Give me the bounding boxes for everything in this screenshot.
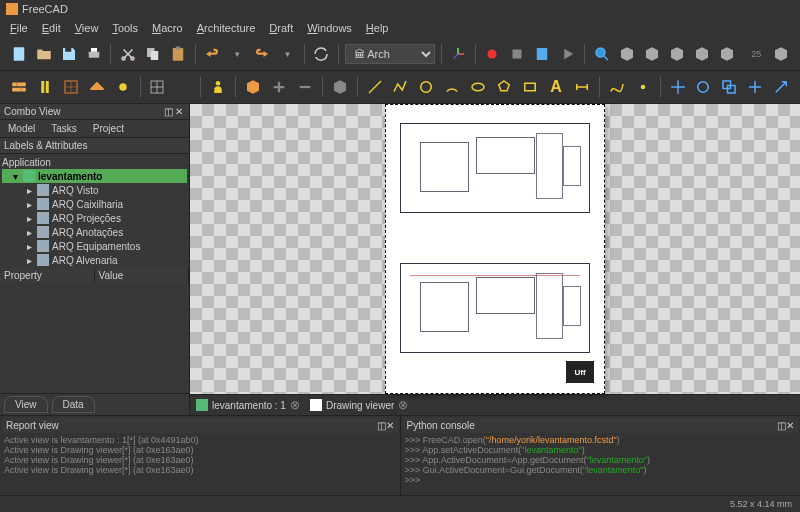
box-icon[interactable]	[242, 75, 264, 99]
open-file-icon[interactable]	[33, 42, 54, 66]
wall-icon[interactable]	[8, 75, 30, 99]
menu-file[interactable]: File	[4, 20, 34, 36]
section-icon[interactable]	[172, 75, 194, 99]
expand-icon[interactable]: ▸	[24, 185, 34, 196]
new-file-icon[interactable]	[8, 42, 29, 66]
grid-icon[interactable]	[147, 75, 169, 99]
back-view-icon[interactable]	[717, 42, 738, 66]
undo-dropdown-icon[interactable]: ▼	[227, 42, 248, 66]
circle-icon[interactable]	[415, 75, 437, 99]
workbench-selector[interactable]: 🏛 Arch	[345, 44, 435, 64]
cut-icon[interactable]	[117, 42, 138, 66]
panel-controls-icon[interactable]: ◫✕	[164, 106, 185, 117]
paste-icon[interactable]	[168, 42, 189, 66]
menu-tools[interactable]: Tools	[106, 20, 144, 36]
tab-model[interactable]: Model	[0, 120, 43, 137]
prop-col-property[interactable]: Property	[0, 268, 95, 283]
macro-icon[interactable]	[532, 42, 553, 66]
line-icon[interactable]	[364, 75, 386, 99]
refresh-icon[interactable]	[311, 42, 332, 66]
tab-project[interactable]: Project	[85, 120, 132, 137]
close-icon[interactable]: ⊗	[398, 398, 408, 412]
expand-icon[interactable]: ▸	[24, 199, 34, 210]
tree-item-label[interactable]: ARQ Anotações	[52, 227, 123, 238]
play-icon[interactable]	[557, 42, 578, 66]
console-title: Python console	[407, 420, 475, 431]
remove-icon[interactable]	[294, 75, 316, 99]
document-icon	[196, 399, 208, 411]
window-icon[interactable]	[60, 75, 82, 99]
model-tree[interactable]: Application ▾levantamento ▸ARQ Visto ▸AR…	[0, 154, 189, 268]
print-icon[interactable]	[83, 42, 104, 66]
menu-draft[interactable]: Draft	[263, 20, 299, 36]
svg-rect-22	[525, 83, 536, 91]
arc-icon[interactable]	[441, 75, 463, 99]
menu-macro[interactable]: Macro	[146, 20, 189, 36]
tree-item-label[interactable]: ARQ Alvenaria	[52, 255, 118, 266]
scale-icon[interactable]	[770, 75, 792, 99]
text-icon[interactable]: A	[545, 75, 567, 99]
iso-view-icon[interactable]	[616, 42, 637, 66]
prop-col-value[interactable]: Value	[95, 268, 190, 283]
tree-item-label[interactable]: ARQ Visto	[52, 185, 99, 196]
tab-document[interactable]: levantamento : 1⊗	[196, 398, 300, 412]
expand-icon[interactable]: ▸	[24, 213, 34, 224]
bspline-icon[interactable]	[606, 75, 628, 99]
rectangle-icon[interactable]	[519, 75, 541, 99]
expand-icon[interactable]: ▸	[24, 241, 34, 252]
panel-controls-icon[interactable]: ◫✕	[377, 420, 394, 431]
dimension-icon[interactable]	[571, 75, 593, 99]
person-icon[interactable]	[207, 75, 229, 99]
polygon-icon[interactable]	[493, 75, 515, 99]
tab-tasks[interactable]: Tasks	[43, 120, 85, 137]
offset-icon[interactable]	[718, 75, 740, 99]
structure-icon[interactable]	[34, 75, 56, 99]
zoom-level[interactable]: 25	[746, 42, 767, 66]
ellipse-icon[interactable]	[467, 75, 489, 99]
move-icon[interactable]	[667, 75, 689, 99]
record-icon[interactable]	[482, 42, 503, 66]
tree-item-label[interactable]: ARQ Equipamentos	[52, 241, 140, 252]
undo-icon[interactable]	[202, 42, 223, 66]
tab-data[interactable]: Data	[52, 396, 95, 413]
menu-windows[interactable]: Windows	[301, 20, 358, 36]
copy-icon[interactable]	[142, 42, 163, 66]
tab-view[interactable]: View	[4, 396, 48, 413]
trimex-icon[interactable]	[744, 75, 766, 99]
drawing-canvas[interactable]: Uff	[190, 104, 800, 394]
wire-icon[interactable]	[390, 75, 412, 99]
menu-edit[interactable]: Edit	[36, 20, 67, 36]
report-body[interactable]: Active view is levantamento : 1[*] (at 0…	[2, 433, 398, 493]
expand-icon[interactable]: ▸	[24, 227, 34, 238]
mesh-icon[interactable]	[329, 75, 351, 99]
titlebar: FreeCAD	[0, 0, 800, 18]
tree-item-label[interactable]: ARQ Caixilharia	[52, 199, 123, 210]
front-view-icon[interactable]	[641, 42, 662, 66]
rotate-icon[interactable]	[692, 75, 714, 99]
top-view-icon[interactable]	[666, 42, 687, 66]
right-view-icon[interactable]	[691, 42, 712, 66]
panel-controls-icon[interactable]: ◫✕	[777, 420, 794, 431]
axis-icon[interactable]	[448, 42, 469, 66]
redo-icon[interactable]	[252, 42, 273, 66]
save-icon[interactable]	[58, 42, 79, 66]
overflow-icon[interactable]	[771, 42, 792, 66]
tree-item-label[interactable]: ARQ Projeções	[52, 213, 121, 224]
doc-name[interactable]: levantamento	[38, 171, 102, 182]
tab-drawing-viewer[interactable]: Drawing viewer⊗	[310, 398, 408, 412]
fit-all-icon[interactable]	[591, 42, 612, 66]
console-body[interactable]: >>> FreeCAD.open("/home/yorik/levantamen…	[403, 433, 799, 493]
tab-label: levantamento : 1	[212, 400, 286, 411]
close-icon[interactable]: ⊗	[290, 398, 300, 412]
menu-architecture[interactable]: Architecture	[191, 20, 262, 36]
stop-icon[interactable]	[507, 42, 528, 66]
expand-icon[interactable]: ▸	[24, 255, 34, 266]
point-icon[interactable]	[632, 75, 654, 99]
axis-tool-icon[interactable]	[112, 75, 134, 99]
roof-icon[interactable]	[86, 75, 108, 99]
add-icon[interactable]	[268, 75, 290, 99]
redo-dropdown-icon[interactable]: ▼	[277, 42, 298, 66]
menu-view[interactable]: View	[69, 20, 105, 36]
menu-help[interactable]: Help	[360, 20, 395, 36]
expand-icon[interactable]: ▾	[10, 171, 20, 182]
